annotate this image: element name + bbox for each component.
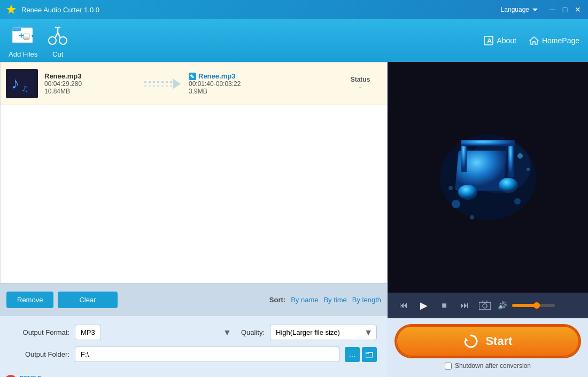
svg-rect-24 <box>366 352 373 357</box>
table-row[interactable]: ♪ ♫ Renee.mp3 00:04:29.280 10.84MB <box>1 62 387 105</box>
svg-point-37 <box>514 198 521 205</box>
add-files-label: Add Files <box>9 50 37 58</box>
volume-slider[interactable] <box>512 304 555 307</box>
quality-select-wrapper: High(Larger file size) ▼ <box>270 325 377 340</box>
cut-label: Cut <box>52 50 63 58</box>
refresh-icon <box>463 333 479 349</box>
svg-point-34 <box>527 168 530 171</box>
sort-by-name[interactable]: By name <box>291 296 318 304</box>
start-area: Start Shutdown after conversion <box>388 318 588 377</box>
svg-point-31 <box>458 185 477 200</box>
screenshot-button[interactable] <box>477 298 492 313</box>
folder-buttons: … <box>345 347 377 362</box>
preview-area <box>388 62 588 293</box>
svg-rect-20 <box>143 81 173 87</box>
skip-forward-button[interactable]: ⏭ <box>457 298 472 313</box>
music-thumb-icon: ♪ ♫ <box>9 72 35 96</box>
svg-point-32 <box>499 178 518 193</box>
svg-text:♫: ♫ <box>21 83 29 94</box>
about-link[interactable]: A About <box>484 36 516 45</box>
clear-button[interactable]: Clear <box>58 292 117 308</box>
format-dropdown-icon: ▼ <box>223 328 231 337</box>
about-label: About <box>497 36 516 45</box>
remove-button[interactable]: Remove <box>6 292 53 308</box>
folder-row: Output Folder: … <box>11 347 377 362</box>
svg-line-10 <box>58 33 60 38</box>
volume-handle[interactable] <box>533 302 540 309</box>
svg-marker-0 <box>6 5 16 14</box>
stop-button[interactable]: ■ <box>437 298 452 313</box>
svg-marker-15 <box>530 37 538 44</box>
about-icon: A <box>484 36 493 45</box>
minimize-button[interactable]: ─ <box>547 5 557 14</box>
close-button[interactable]: ✕ <box>573 5 583 14</box>
cut-icon <box>46 23 69 47</box>
bottom-bar: Remove Clear Sort: By name By time By le… <box>0 284 388 316</box>
play-button[interactable]: ▶ <box>416 298 431 313</box>
sort-by-length[interactable]: By length <box>352 296 381 304</box>
file-list: ♪ ♫ Renee.mp3 00:04:29.280 10.84MB <box>0 62 388 284</box>
format-select[interactable]: MP3 <box>75 325 101 340</box>
svg-marker-42 <box>465 337 469 341</box>
title-bar-controls: Language ─ □ ✕ <box>501 5 583 14</box>
maximize-button[interactable]: □ <box>560 5 570 14</box>
add-files-icon: + ▤ <box>11 23 35 47</box>
folder-input[interactable] <box>75 347 339 362</box>
renee-icon: R <box>4 375 17 377</box>
main-area: ♪ ♫ Renee.mp3 00:04:29.280 10.84MB <box>0 62 588 377</box>
status-value: - <box>339 83 382 91</box>
toolbar: + ▤ Add Files Cut A A <box>0 19 588 62</box>
output-filename: ✎ Renee.mp3 <box>189 72 339 80</box>
output-size: 3.9MB <box>189 88 339 95</box>
svg-marker-21 <box>173 78 181 89</box>
svg-point-8 <box>59 37 67 44</box>
renee-logo: R RENE.E Laboratory <box>2 374 390 377</box>
svg-marker-1 <box>532 9 538 11</box>
music-preview-icon <box>429 119 547 236</box>
status-label: Status <box>339 76 382 83</box>
shutdown-checkbox[interactable] <box>445 363 452 370</box>
start-button[interactable]: Start <box>396 326 579 357</box>
format-row: Output Format: MP3 ▼ Quality: High(Large… <box>11 325 377 340</box>
format-select-wrapper: MP3 ▼ <box>75 325 236 340</box>
cut-button[interactable]: Cut <box>46 23 69 58</box>
svg-text:A: A <box>487 37 492 45</box>
quality-label: Quality: <box>241 328 265 336</box>
svg-rect-30 <box>461 140 515 146</box>
language-dropdown-icon <box>531 7 539 12</box>
right-panel: ⏮ ▶ ■ ⏭ 🔊 Start <box>388 62 588 377</box>
app-logo-icon <box>5 4 17 15</box>
add-files-button[interactable]: + ▤ Add Files <box>9 23 37 58</box>
quality-select[interactable]: High(Larger file size) <box>270 325 377 340</box>
skip-back-button[interactable]: ⏮ <box>396 298 411 313</box>
arrow-area <box>135 76 189 92</box>
shutdown-row: Shutdown after conversion <box>445 362 531 370</box>
output-area: Output Format: MP3 ▼ Quality: High(Large… <box>0 316 388 377</box>
file-source-info: Renee.mp3 00:04:29.280 10.84MB <box>44 72 135 95</box>
svg-point-35 <box>452 200 460 208</box>
homepage-label: HomePage <box>542 36 579 45</box>
quality-wrapper: Quality: High(Larger file size) ▼ <box>241 325 377 340</box>
volume-icon: 🔊 <box>498 301 507 310</box>
language-selector[interactable]: Language <box>501 6 539 13</box>
convert-arrow-icon <box>143 76 181 92</box>
open-folder-icon <box>366 351 373 358</box>
source-filename: Renee.mp3 <box>44 72 135 80</box>
svg-point-36 <box>448 186 453 190</box>
svg-line-9 <box>55 33 58 38</box>
edit-icon: ✎ <box>189 73 196 80</box>
language-label: Language <box>501 6 529 13</box>
svg-point-33 <box>517 153 523 159</box>
svg-text:♪: ♪ <box>11 74 19 92</box>
open-folder-button[interactable] <box>362 347 377 362</box>
toolbar-right: A About HomePage <box>484 36 579 45</box>
folder-label: Output Folder: <box>11 350 69 358</box>
renee-text: RENE.E Laboratory <box>19 375 50 377</box>
sort-by-time[interactable]: By time <box>323 296 346 304</box>
browse-folder-button[interactable]: … <box>345 347 360 362</box>
svg-rect-41 <box>483 301 487 303</box>
app-title: Renee Audio Cutter 1.0.0 <box>21 6 501 14</box>
format-label: Output Format: <box>11 328 69 336</box>
file-thumbnail: ♪ ♫ <box>6 69 38 98</box>
homepage-link[interactable]: HomePage <box>529 36 579 45</box>
